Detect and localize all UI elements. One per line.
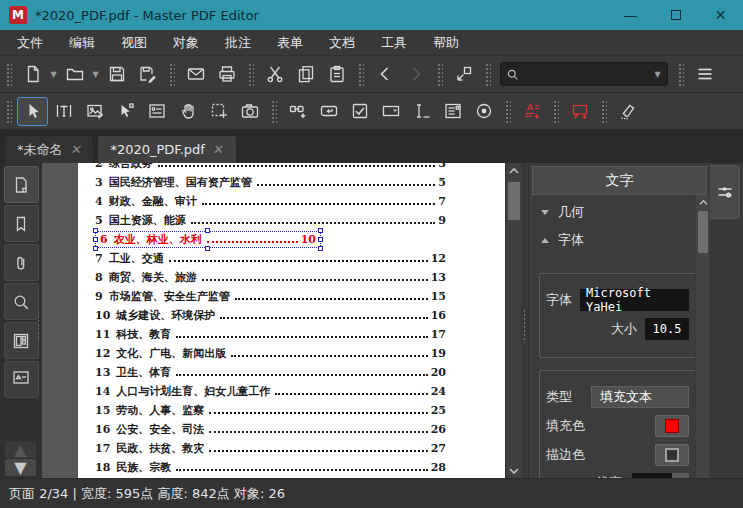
email-button[interactable] (180, 60, 211, 89)
page-thumbnails-button[interactable] (4, 166, 39, 203)
type-dropdown[interactable]: 填充文本 (591, 386, 689, 408)
edit-path-tool-button[interactable] (110, 97, 141, 126)
toc-entry[interactable]: 10城乡建设、环境保护16 (95, 306, 446, 325)
toc-entry[interactable]: 13卫生、体育20 (95, 363, 446, 382)
line-width-spinner[interactable]: 1 ▼ (632, 473, 689, 478)
push-button-field-tool-button[interactable] (313, 97, 344, 126)
edit-text-tool-button[interactable] (48, 97, 79, 126)
toolbar-grip[interactable] (5, 99, 12, 123)
list-box-field-tool-button[interactable] (437, 97, 468, 126)
close-button[interactable]: ✕ (698, 0, 743, 30)
toolbar-grip[interactable] (270, 99, 277, 123)
panel-scroll-up-icon[interactable] (696, 195, 710, 210)
signature-button[interactable] (4, 361, 39, 398)
paste-button[interactable] (321, 60, 352, 89)
section-geometry[interactable]: 几何 (529, 195, 710, 223)
menu-item-6[interactable]: 文档 (316, 30, 368, 55)
toc-entry[interactable]: 11科技、教育17 (95, 325, 446, 344)
form-fields-button[interactable] (4, 322, 39, 359)
toc-entry[interactable]: 3国民经济管理、国有资产监管5 (95, 173, 446, 192)
font-family-field[interactable]: Microsoft YaHei (580, 289, 689, 311)
pdf-page[interactable]: 2综合政务33国民经济管理、国有资产监管54财政、金融、审计75国土资源、能源9… (78, 163, 506, 478)
scroll-up-icon[interactable] (506, 163, 522, 178)
menu-item-0[interactable]: 文件 (4, 30, 56, 55)
toc-entry[interactable]: 18民族、宗教28 (95, 458, 446, 477)
new-document-button[interactable] (17, 60, 48, 89)
splitter-handle[interactable] (523, 309, 527, 343)
fit-page-button[interactable] (448, 60, 479, 89)
search-document-button[interactable] (4, 283, 39, 320)
menu-item-2[interactable]: 视图 (108, 30, 160, 55)
add-sticky-note-tool-button[interactable] (564, 97, 595, 126)
selection-handle[interactable] (318, 237, 323, 242)
radio-button-field-tool-button[interactable] (468, 97, 499, 126)
copy-button[interactable] (290, 60, 321, 89)
open-file-button[interactable] (59, 60, 90, 89)
selected-text-object[interactable]: 6农业、林业、水利10 (95, 231, 321, 248)
maximize-button[interactable] (653, 0, 698, 30)
panel-splitter[interactable] (521, 163, 528, 478)
combo-box-field-tool-button[interactable] (375, 97, 406, 126)
new-document-caret-icon[interactable]: ▼ (48, 60, 59, 89)
panel-scrollbar[interactable] (695, 195, 709, 478)
tab-2020-pdf[interactable]: *2020_PDF.pdf ✕ (97, 135, 236, 163)
attachments-button[interactable] (4, 244, 39, 281)
selection-handle[interactable] (318, 246, 323, 251)
toc-entry[interactable]: 17民政、扶贫、救灾27 (95, 439, 446, 458)
bookmarks-button[interactable] (4, 205, 39, 242)
eraser-tool-button[interactable] (612, 97, 643, 126)
toc-entry[interactable]: 2综合政务3 (95, 163, 446, 173)
menu-item-3[interactable]: 对象 (160, 30, 212, 55)
stroke-color-button[interactable] (655, 444, 689, 466)
selection-handle[interactable] (205, 228, 210, 233)
toolbar-grip[interactable] (168, 62, 175, 86)
toc-entry[interactable]: 4财政、金融、审计7 (95, 192, 446, 211)
panel-scrollbar-thumb[interactable] (698, 211, 708, 253)
tab-untitled[interactable]: *未命名 ✕ (4, 135, 94, 163)
toolbar-grip[interactable] (552, 99, 559, 123)
selection-handle[interactable] (93, 246, 98, 251)
toolbar-grip[interactable] (436, 62, 443, 86)
selection-handle[interactable] (93, 237, 98, 242)
select-region-tool-button[interactable] (203, 97, 234, 126)
search-input[interactable] (520, 67, 652, 81)
font-size-field[interactable]: 10.5 (645, 318, 689, 340)
section-font[interactable]: 字体 (529, 223, 710, 251)
menu-item-8[interactable]: 帮助 (420, 30, 472, 55)
open-file-caret-icon[interactable]: ▼ (90, 60, 101, 89)
toolbar-grip[interactable] (484, 62, 491, 86)
toc-entry[interactable]: 6农业、林业、水利10 (95, 230, 446, 249)
document-scrollbar[interactable] (505, 163, 521, 478)
menu-item-7[interactable]: 工具 (368, 30, 420, 55)
snapshot-tool-button[interactable] (234, 97, 265, 126)
tab-close-icon[interactable]: ✕ (212, 142, 226, 157)
tab-close-icon[interactable]: ✕ (69, 142, 83, 157)
toolbar-grip[interactable] (600, 99, 607, 123)
checkbox-field-tool-button[interactable] (344, 97, 375, 126)
menu-item-5[interactable]: 表单 (264, 30, 316, 55)
search-caret-icon[interactable]: ▼ (652, 63, 663, 85)
main-menu-button[interactable] (689, 60, 720, 89)
forward-button[interactable] (400, 60, 431, 89)
add-text-comment-tool-button[interactable] (516, 97, 547, 126)
sidebar-scroll-down-button[interactable]: ▼ (5, 459, 36, 476)
save-as-button[interactable] (132, 60, 163, 89)
toolbar-grip[interactable] (357, 62, 364, 86)
properties-tab[interactable] (710, 165, 740, 219)
line-width-value[interactable]: 1 (632, 473, 672, 478)
toc-entry[interactable]: 8商贸、海关、旅游13 (95, 268, 446, 287)
edit-forms-tool-button[interactable] (141, 97, 172, 126)
toolbar-grip[interactable] (677, 62, 684, 86)
toc-entry[interactable]: 7工业、交通12 (95, 249, 446, 268)
print-button[interactable] (211, 60, 242, 89)
toc-entry[interactable]: 5国土资源、能源9 (95, 211, 446, 230)
selection-handle[interactable] (205, 246, 210, 251)
toc-entry[interactable]: 12文化、广电、新闻出版19 (95, 344, 446, 363)
text-field-tool-button[interactable] (406, 97, 437, 126)
selection-handle[interactable] (318, 228, 323, 233)
select-tool-button[interactable] (17, 97, 48, 126)
toolbar-grip[interactable] (247, 62, 254, 86)
spinner-caret-icon[interactable]: ▼ (672, 473, 689, 478)
toc-entry[interactable]: 9市场监管、安全生产监管15 (95, 287, 446, 306)
toolbar-grip[interactable] (504, 99, 511, 123)
